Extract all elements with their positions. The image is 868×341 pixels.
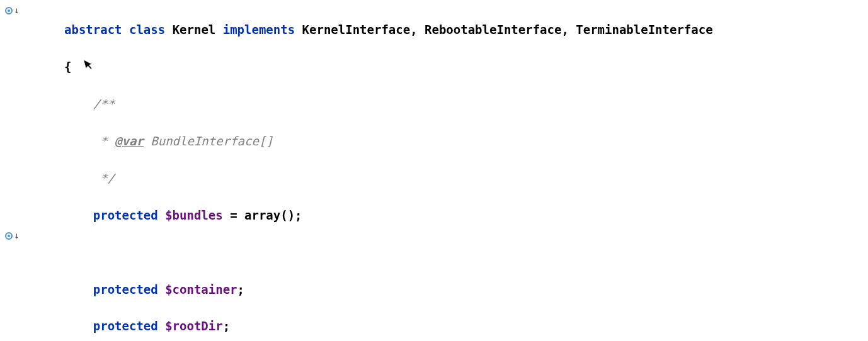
keyword-class: class [129, 23, 165, 36]
override-marker[interactable]: ↓ [5, 229, 19, 243]
modifier: protected [93, 319, 158, 333]
code-line[interactable]: * @var BundleInterface[] [64, 132, 868, 150]
modifier: protected [93, 208, 158, 222]
interface-name: TerminableInterface [576, 23, 712, 36]
brace-open: { [64, 60, 71, 74]
variable: $container [165, 282, 237, 296]
editor-gutter: ↓ ↓ [0, 0, 26, 341]
code-line[interactable] [64, 243, 868, 262]
keyword-implements: implements [223, 23, 295, 36]
code-line[interactable]: /** [64, 95, 868, 113]
variable: $bundles [165, 208, 223, 222]
override-icon [5, 232, 13, 240]
code-line[interactable]: abstract class Kernel implements KernelI… [64, 21, 868, 39]
code-area[interactable]: abstract class Kernel implements KernelI… [26, 0, 868, 341]
phpdoc-line: * [93, 134, 115, 148]
code-editor[interactable]: ↓ ↓ abstract class Kernel implements Ker… [0, 0, 868, 341]
code-line[interactable]: { [64, 58, 868, 76]
class-name: Kernel [173, 23, 216, 36]
variable: $rootDir [165, 319, 223, 333]
phpdoc-open: /** [93, 97, 115, 111]
arrow-down-icon: ↓ [14, 229, 19, 243]
override-marker[interactable]: ↓ [5, 4, 19, 18]
interface-name: KernelInterface [302, 23, 411, 36]
code-line[interactable]: */ [64, 169, 868, 187]
phpdoc-type: BundleInterface[] [144, 134, 273, 148]
code-line[interactable]: protected $bundles = array(); [64, 206, 868, 225]
phpdoc-tag: @var [115, 134, 144, 148]
arrow-down-icon: ↓ [14, 4, 19, 18]
code-line[interactable]: protected $container; [64, 281, 868, 299]
phpdoc-close: */ [93, 171, 115, 185]
function-call: array [244, 208, 280, 222]
keyword-abstract: abstract [64, 23, 122, 36]
override-icon [5, 7, 13, 14]
interface-name: RebootableInterface [425, 23, 561, 36]
code-line[interactable]: protected $rootDir; [64, 317, 868, 335]
modifier: protected [93, 282, 158, 296]
